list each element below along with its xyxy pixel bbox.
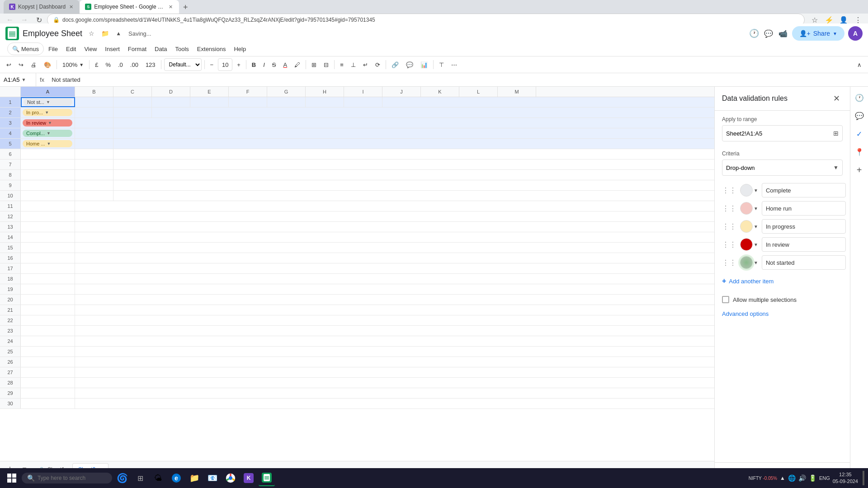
cell[interactable] — [21, 326, 75, 336]
col-header-m[interactable]: M — [498, 87, 536, 97]
increase-decimal[interactable]: .00 — [127, 58, 141, 71]
cell-a2[interactable]: In pro... ▼ — [21, 108, 75, 117]
percent-button[interactable]: % — [103, 58, 113, 71]
currency-button[interactable]: £ — [92, 58, 101, 71]
chip-dropdown-icon[interactable]: ▼ — [48, 121, 52, 125]
chart-button[interactable]: 📊 — [418, 58, 430, 71]
menu-format[interactable]: Format — [124, 44, 150, 54]
folder-button[interactable]: 📁 — [99, 28, 110, 39]
chip-in-review[interactable]: In review ▼ — [23, 119, 72, 127]
item-input-inprogress[interactable] — [762, 219, 846, 234]
item-input-notstarted[interactable] — [762, 255, 846, 270]
redo-button[interactable]: ↪ — [16, 58, 26, 71]
taskbar-app-file-manager[interactable]: 📁 — [186, 470, 203, 486]
taskbar-app-kopyst[interactable]: K — [241, 470, 257, 486]
cell[interactable] — [21, 232, 75, 242]
apply-range-input[interactable]: Sheet2!A1:A5 ⊞ — [722, 125, 843, 141]
tab-kopyst[interactable]: K Kopyst | Dashboard ✕ — [4, 0, 80, 14]
cell[interactable] — [21, 378, 75, 388]
comments-button[interactable]: 💬 — [763, 28, 774, 39]
increase-font[interactable]: + — [234, 58, 243, 71]
formula-input[interactable] — [48, 73, 868, 86]
font-family-select[interactable]: Default... — [164, 58, 202, 71]
cell-h1[interactable] — [306, 97, 344, 107]
add-another-item-button[interactable]: + Add another item — [722, 273, 774, 289]
taskbar-app-chrome[interactable] — [222, 470, 239, 486]
merge-button[interactable]: ⊟ — [321, 58, 331, 71]
cell[interactable] — [21, 357, 75, 367]
cell-reference-box[interactable]: A1:A5 ▼ — [0, 73, 36, 86]
cell[interactable] — [21, 170, 75, 180]
drag-handle-inprogress[interactable]: ⋮⋮ — [722, 222, 736, 231]
tab-close-sheets[interactable]: ✕ — [168, 3, 174, 11]
chip-not-started[interactable]: Not st... ▼ — [24, 99, 72, 106]
cell[interactable] — [21, 284, 75, 294]
cell-e1[interactable] — [190, 97, 229, 107]
cell[interactable] — [21, 388, 75, 398]
col-header-i[interactable]: I — [344, 87, 382, 97]
bold-button[interactable]: B — [249, 58, 259, 71]
cell[interactable] — [21, 243, 75, 253]
menu-extensions[interactable]: Extensions — [193, 44, 230, 54]
wrap-button[interactable]: ↵ — [360, 58, 371, 71]
cell[interactable] — [21, 315, 75, 325]
chip-dropdown-icon[interactable]: ▼ — [45, 110, 49, 115]
color-picker-inprogress[interactable]: ▼ — [740, 220, 758, 233]
tab-sheets[interactable]: S Employee Sheet - Google Shee... ✕ — [80, 0, 179, 14]
criteria-select[interactable]: Drop-down ▼ — [722, 160, 843, 176]
cell[interactable] — [21, 211, 75, 221]
strikethrough-button[interactable]: S — [269, 58, 279, 71]
rotate-button[interactable]: ⟳ — [373, 58, 383, 71]
font-size-display[interactable]: 10 — [218, 58, 232, 71]
cell[interactable] — [21, 336, 75, 346]
sidebar-icon-history[interactable]: 🕐 — [852, 90, 867, 105]
item-input-inreview[interactable] — [762, 237, 846, 252]
cell[interactable] — [21, 201, 75, 211]
new-tab-button[interactable]: + — [179, 1, 192, 14]
sidebar-icon-comments[interactable]: 💬 — [852, 108, 867, 123]
cell-b3[interactable] — [75, 118, 113, 128]
cell-a5[interactable]: Home ... ▼ — [21, 139, 75, 149]
cell-b5[interactable] — [75, 139, 113, 149]
menu-view[interactable]: View — [80, 44, 100, 54]
italic-button[interactable]: I — [260, 58, 268, 71]
cell[interactable] — [21, 347, 75, 357]
color-picker-notstarted[interactable]: ▼ — [740, 256, 758, 269]
col-header-g[interactable]: G — [267, 87, 306, 97]
color-picker-inreview[interactable]: ▼ — [740, 238, 758, 251]
item-input-homerun[interactable] — [762, 201, 846, 216]
valign-button[interactable]: ⊥ — [348, 58, 359, 71]
cell-i1[interactable] — [344, 97, 382, 107]
cell-c1[interactable] — [113, 97, 152, 107]
taskbar-clock[interactable]: 12:35 05-09-2024 — [833, 471, 858, 485]
cell[interactable] — [21, 160, 75, 169]
chip-home[interactable]: Home ... ▼ — [23, 140, 72, 147]
chip-dropdown-icon[interactable]: ▼ — [46, 100, 50, 104]
cell-d1[interactable] — [152, 97, 190, 107]
col-header-j[interactable]: J — [382, 87, 421, 97]
more-formats[interactable]: 123 — [143, 58, 158, 71]
cell-g1[interactable] — [267, 97, 306, 107]
col-header-a[interactable]: A — [21, 87, 75, 97]
share-button[interactable]: 👤+ Share ▼ — [792, 26, 844, 41]
cell[interactable] — [21, 295, 75, 305]
item-input-complete[interactable] — [762, 183, 846, 197]
cell[interactable] — [75, 180, 113, 190]
cell[interactable] — [21, 305, 75, 315]
taskbar-app-browser[interactable]: e — [168, 470, 184, 486]
cell-a3[interactable]: In review ▼ — [21, 118, 75, 128]
taskbar-app-widgets[interactable]: 🌤 — [150, 470, 166, 486]
more-button[interactable]: ⋯ — [448, 58, 460, 71]
tab-close-kopyst[interactable]: ✕ — [68, 3, 74, 11]
filter-button[interactable]: ⊤ — [436, 58, 447, 71]
sidebar-icon-maps[interactable]: 📍 — [852, 145, 867, 159]
cell[interactable] — [21, 191, 75, 201]
allow-multiple-checkbox[interactable] — [722, 296, 729, 303]
cell[interactable] — [75, 149, 113, 159]
cell-b4[interactable] — [75, 128, 113, 138]
col-header-k[interactable]: K — [421, 87, 459, 97]
panel-close-button[interactable]: ✕ — [830, 92, 843, 105]
taskbar-search-input[interactable] — [38, 475, 105, 481]
drive-button[interactable]: ▲ — [113, 28, 124, 39]
col-header-l[interactable]: L — [459, 87, 498, 97]
